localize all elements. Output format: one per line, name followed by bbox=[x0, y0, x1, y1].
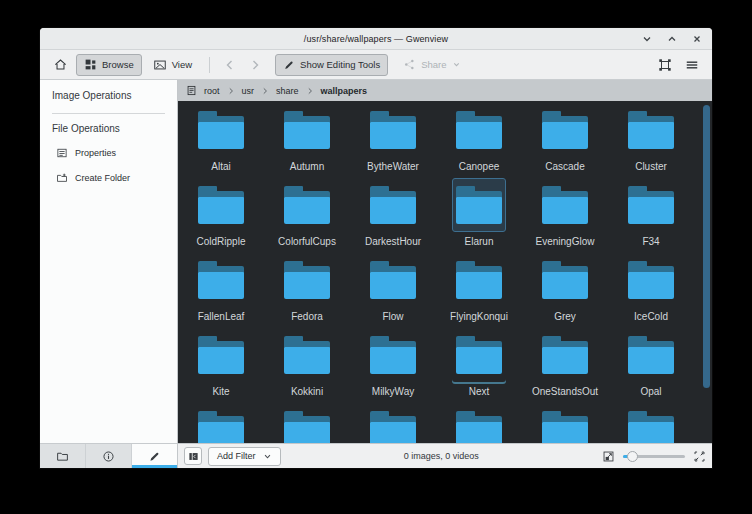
pencil-icon bbox=[283, 59, 295, 71]
folder-label: F34 bbox=[642, 236, 659, 247]
create-folder-icon bbox=[56, 172, 68, 184]
sidebar-toggle-icon bbox=[188, 451, 199, 462]
folder-item[interactable]: F34 bbox=[608, 178, 694, 253]
folder-item[interactable] bbox=[436, 403, 522, 443]
folder-item[interactable]: OneStandsOut bbox=[522, 328, 608, 403]
folder-item[interactable]: Altai bbox=[178, 103, 264, 178]
zoom-fit-icon[interactable] bbox=[602, 450, 615, 463]
folder-item[interactable] bbox=[178, 403, 264, 443]
folder-label: Next bbox=[469, 386, 490, 397]
folder-item[interactable]: Kokkini bbox=[264, 328, 350, 403]
folder-item[interactable]: BytheWater bbox=[350, 103, 436, 178]
folder-item[interactable] bbox=[264, 403, 350, 443]
folder-item[interactable]: FallenLeaf bbox=[178, 253, 264, 328]
folder-item[interactable]: EveningGlow bbox=[522, 178, 608, 253]
folder-item[interactable]: Canopee bbox=[436, 103, 522, 178]
maximize-button[interactable] bbox=[666, 33, 678, 45]
thumbnail-view: Altai Autumn BytheWater Canopee Cascade … bbox=[178, 101, 712, 443]
folder-label: DarkestHour bbox=[365, 236, 421, 247]
folder-item[interactable]: ColorfulCups bbox=[264, 178, 350, 253]
folder-icon bbox=[284, 261, 330, 299]
folder-label: Autumn bbox=[290, 161, 324, 172]
sidebar-item-properties[interactable]: Properties bbox=[40, 147, 177, 159]
sidebar-item-create-folder[interactable]: Create Folder bbox=[40, 172, 177, 184]
image-operations-header: Image Operations bbox=[40, 80, 177, 101]
folder-item[interactable]: Kite bbox=[178, 328, 264, 403]
folder-item-current[interactable]: Next bbox=[436, 328, 522, 403]
folder-label: BytheWater bbox=[367, 161, 419, 172]
folder-label: Canopee bbox=[459, 161, 500, 172]
breadcrumb-segment-share[interactable]: share bbox=[276, 86, 299, 96]
add-filter-button[interactable]: Add Filter bbox=[208, 447, 281, 466]
folder-item[interactable]: MilkyWay bbox=[350, 328, 436, 403]
minimize-button[interactable] bbox=[641, 33, 653, 45]
breadcrumb-segment-root[interactable]: root bbox=[204, 86, 220, 96]
folder-icon bbox=[284, 336, 330, 374]
folder-label: Altai bbox=[211, 161, 230, 172]
folder-item[interactable]: DarkestHour bbox=[350, 178, 436, 253]
folder-item[interactable]: Cascade bbox=[522, 103, 608, 178]
folder-label: Kokkini bbox=[291, 386, 323, 397]
chevron-left-icon bbox=[224, 59, 236, 71]
breadcrumb-segment-usr[interactable]: usr bbox=[242, 86, 255, 96]
thumbnail-size-slider[interactable] bbox=[623, 450, 685, 462]
tab-operations[interactable] bbox=[132, 444, 177, 468]
view-image-icon bbox=[153, 58, 167, 72]
titlebar[interactable]: /usr/share/wallpapers — Gwenview bbox=[40, 28, 712, 50]
folder-item[interactable]: Grey bbox=[522, 253, 608, 328]
location-icon bbox=[186, 85, 197, 96]
folder-item[interactable]: Opal bbox=[608, 328, 694, 403]
folder-label: Grey bbox=[554, 311, 576, 322]
hamburger-menu-button[interactable] bbox=[680, 54, 704, 76]
main-area: root usr share wallpapers Altai Autumn B… bbox=[178, 80, 712, 468]
properties-icon bbox=[56, 147, 68, 159]
home-button[interactable] bbox=[48, 54, 73, 76]
share-button[interactable]: Share bbox=[395, 54, 468, 76]
main-toolbar: Browse View Show Ed bbox=[40, 50, 712, 80]
folder-label: Opal bbox=[640, 386, 661, 397]
filter-sidebar-toggle-button[interactable] bbox=[184, 447, 202, 465]
folder-item[interactable]: Fedora bbox=[264, 253, 350, 328]
back-button[interactable] bbox=[219, 54, 241, 76]
folder-item[interactable]: Autumn bbox=[264, 103, 350, 178]
share-icon bbox=[403, 58, 416, 71]
forward-button[interactable] bbox=[244, 54, 266, 76]
gwenview-window: /usr/share/wallpapers — Gwenview bbox=[40, 28, 712, 468]
folder-icon bbox=[542, 186, 588, 224]
close-button[interactable] bbox=[691, 33, 703, 45]
folder-icon bbox=[198, 261, 244, 299]
folder-item[interactable]: ColdRipple bbox=[178, 178, 264, 253]
slider-handle[interactable] bbox=[627, 451, 638, 462]
view-mode-button[interactable]: View bbox=[145, 54, 200, 76]
folder-item[interactable]: Cluster bbox=[608, 103, 694, 178]
browse-mode-button[interactable]: Browse bbox=[76, 54, 142, 76]
fullscreen-expand-icon[interactable] bbox=[693, 450, 706, 463]
fullscreen-button[interactable] bbox=[653, 54, 677, 76]
folder-item[interactable] bbox=[608, 403, 694, 443]
folder-icon bbox=[456, 186, 502, 224]
folder-icon bbox=[370, 336, 416, 374]
properties-label: Properties bbox=[75, 148, 116, 158]
folder-item[interactable]: FlyingKonqui bbox=[436, 253, 522, 328]
create-folder-label: Create Folder bbox=[75, 173, 130, 183]
desktop-background: /usr/share/wallpapers — Gwenview bbox=[0, 0, 752, 514]
folder-item[interactable] bbox=[350, 403, 436, 443]
sidebar-tabs bbox=[40, 443, 177, 468]
folder-label: EveningGlow bbox=[536, 236, 595, 247]
show-editing-tools-button[interactable]: Show Editing Tools bbox=[275, 54, 388, 76]
folder-icon bbox=[284, 411, 330, 443]
folder-item[interactable] bbox=[522, 403, 608, 443]
tab-folders[interactable] bbox=[40, 444, 86, 468]
scrollbar-track[interactable] bbox=[702, 103, 711, 441]
tab-information[interactable] bbox=[86, 444, 132, 468]
folder-icon bbox=[628, 336, 674, 374]
folder-icon bbox=[542, 411, 588, 443]
info-icon bbox=[102, 450, 115, 463]
folder-item-selected[interactable]: Elarun bbox=[436, 178, 522, 253]
folder-label: FallenLeaf bbox=[198, 311, 245, 322]
folder-item[interactable]: IceCold bbox=[608, 253, 694, 328]
folder-label: FlyingKonqui bbox=[450, 311, 508, 322]
scrollbar-thumb[interactable] bbox=[703, 105, 710, 388]
breadcrumb-segment-wallpapers[interactable]: wallpapers bbox=[321, 86, 368, 96]
folder-item[interactable]: Flow bbox=[350, 253, 436, 328]
